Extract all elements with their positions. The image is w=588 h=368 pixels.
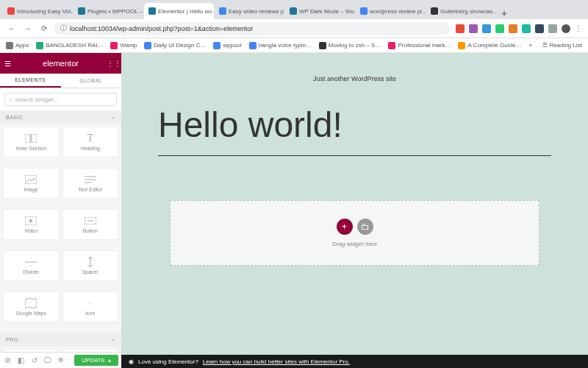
bookmarks-overflow[interactable]: »	[528, 42, 531, 49]
widgets-grid: Inner Section THeading Image Text Editor…	[0, 124, 121, 333]
bookmark-item[interactable]: Professional mark…	[388, 42, 451, 49]
elementor-icon: ◉	[129, 358, 134, 365]
editor-canvas[interactable]: Just another WordPress site Hello world!…	[121, 53, 588, 368]
drop-zone-label: Drag widget here	[332, 241, 377, 247]
bookmark-item[interactable]: Moving to zsh – S…	[319, 42, 381, 49]
bookmark-item[interactable]: bangla voice typin…	[249, 42, 312, 49]
info-icon: ⓘ	[60, 24, 67, 33]
browser-tab[interactable]: wordpress review pl…×	[356, 3, 426, 19]
extension-icon[interactable]	[469, 24, 478, 33]
widget-video[interactable]: Video	[3, 209, 60, 240]
category-pro[interactable]: PRO⌄	[0, 333, 121, 346]
widget-inner-section[interactable]: Inner Section	[3, 127, 60, 158]
site-icon	[110, 42, 118, 49]
list-icon: ☰	[542, 42, 548, 49]
elementor-logo: elementor	[15, 59, 107, 68]
favicon-icon	[360, 7, 368, 15]
star-icon: ☆	[85, 298, 96, 308]
browser-tab-active[interactable]: Elementor | Hello wo…×	[144, 3, 214, 19]
site-tagline: Just another WordPress site	[158, 75, 551, 82]
widget-icon[interactable]: ☆Icon	[62, 291, 119, 322]
tab-elements[interactable]: ELEMENTS	[0, 74, 61, 88]
promo-link[interactable]: Learn how you can build better sites wit…	[203, 358, 350, 365]
navigator-icon[interactable]: ◧	[16, 355, 25, 366]
browser-tab[interactable]: Easy video reviews p…×	[215, 3, 284, 19]
favicon-icon	[148, 7, 156, 15]
bookmark-item[interactable]: wppool	[213, 42, 241, 49]
favicon-icon	[290, 7, 297, 15]
bookmarks-bar: Apps BANGLADESH RAI… Wamp Daily UI Desig…	[0, 38, 588, 53]
back-button[interactable]: ←	[6, 23, 18, 35]
reading-list-button[interactable]: ☰Reading List	[542, 42, 582, 49]
image-icon	[25, 174, 37, 185]
extension-icon[interactable]	[509, 24, 517, 33]
widget-image[interactable]: Image	[3, 168, 60, 199]
settings-icon[interactable]: ⚙	[3, 355, 12, 366]
widget-divider[interactable]: Divider	[3, 250, 60, 281]
site-icon	[213, 42, 220, 49]
responsive-icon[interactable]: 🖵	[43, 355, 52, 366]
add-template-button[interactable]: 🗀	[357, 219, 373, 235]
avatar-icon[interactable]	[562, 24, 570, 33]
extension-icon[interactable]	[495, 24, 504, 33]
site-icon	[36, 42, 43, 49]
folder-icon: 🗀	[361, 222, 370, 232]
widget-text-editor[interactable]: Text Editor	[62, 168, 119, 199]
bookmark-item[interactable]: Wamp	[110, 42, 137, 49]
panel-footer: ⚙ ◧ ↺ 🖵 👁 UPDATE▴	[0, 352, 121, 368]
extension-icon[interactable]	[522, 24, 531, 33]
extension-icons: ⋮	[456, 24, 582, 33]
bookmark-item[interactable]: A Complete Guide…	[458, 42, 521, 49]
site-icon	[388, 42, 395, 49]
text-editor-icon	[85, 174, 96, 185]
update-button[interactable]: UPDATE▴	[74, 355, 118, 366]
browser-tab[interactable]: Plugins • WPPOOL – …×	[74, 3, 143, 19]
reload-button[interactable]: ⟳	[38, 23, 50, 35]
page-heading[interactable]: Hello world!	[158, 105, 551, 145]
heading-icon: T	[85, 133, 96, 144]
extension-icon[interactable]	[548, 24, 557, 33]
add-section-button[interactable]: +	[337, 219, 353, 235]
tab-global[interactable]: GLOBAL	[61, 74, 122, 88]
menu-icon[interactable]: ⋮	[575, 24, 582, 32]
site-icon	[458, 42, 465, 49]
chevron-down-icon: ⌄	[111, 114, 116, 120]
drop-zone[interactable]: + 🗀 Drag widget here	[170, 200, 539, 266]
button-icon	[85, 216, 96, 226]
widget-spacer[interactable]: Spacer	[62, 250, 119, 281]
widget-button[interactable]: Button	[62, 209, 119, 240]
browser-tab[interactable]: Introducing Easy Vid…×	[3, 3, 73, 19]
columns-icon	[25, 133, 37, 144]
search-widget-input[interactable]: ⌕ Search Widget...	[4, 93, 117, 106]
bookmark-item[interactable]: Daily UI Design C…	[144, 42, 206, 49]
favicon-icon	[78, 7, 85, 15]
category-basic[interactable]: BASIC⌄	[0, 110, 121, 124]
browser-tab[interactable]: Gutenberg showcas…×	[426, 3, 496, 19]
extension-icon[interactable]	[482, 24, 491, 33]
site-icon	[144, 42, 151, 49]
widget-google-maps[interactable]: Google Maps	[3, 291, 60, 322]
browser-tab-strip: Introducing Easy Vid…× Plugins • WPPOOL …	[0, 0, 588, 19]
favicon-icon	[431, 7, 438, 15]
apps-grid-icon[interactable]: ⋮⋮⋮	[107, 60, 121, 68]
elementor-header: ☰ elementor ⋮⋮⋮	[0, 53, 121, 74]
chevron-up-icon: ▴	[108, 357, 111, 364]
svg-rect-0	[25, 134, 30, 143]
hamburger-icon[interactable]: ☰	[0, 60, 15, 68]
new-tab-button[interactable]: +	[497, 7, 512, 19]
bookmark-apps[interactable]: Apps	[6, 42, 29, 49]
svg-marker-7	[29, 219, 33, 223]
browser-tab[interactable]: WP Dark Mode – Wo…×	[285, 3, 355, 19]
extension-icon[interactable]	[535, 24, 544, 33]
url-input[interactable]: ⓘlocalhost:10034/wp-admin/post.php?post=…	[54, 22, 450, 35]
favicon-icon	[219, 7, 226, 15]
widget-heading[interactable]: THeading	[62, 127, 119, 158]
forward-button[interactable]: →	[22, 23, 34, 35]
site-icon	[319, 42, 326, 49]
history-icon[interactable]: ↺	[29, 355, 38, 366]
preview-icon[interactable]: 👁	[57, 355, 65, 366]
bookmark-item[interactable]: BANGLADESH RAI…	[36, 42, 103, 49]
extension-icon[interactable]	[456, 24, 465, 33]
elementor-sidebar: ☰ elementor ⋮⋮⋮ ELEMENTS GLOBAL ⌕ Search…	[0, 53, 121, 368]
plus-icon: +	[342, 222, 347, 232]
